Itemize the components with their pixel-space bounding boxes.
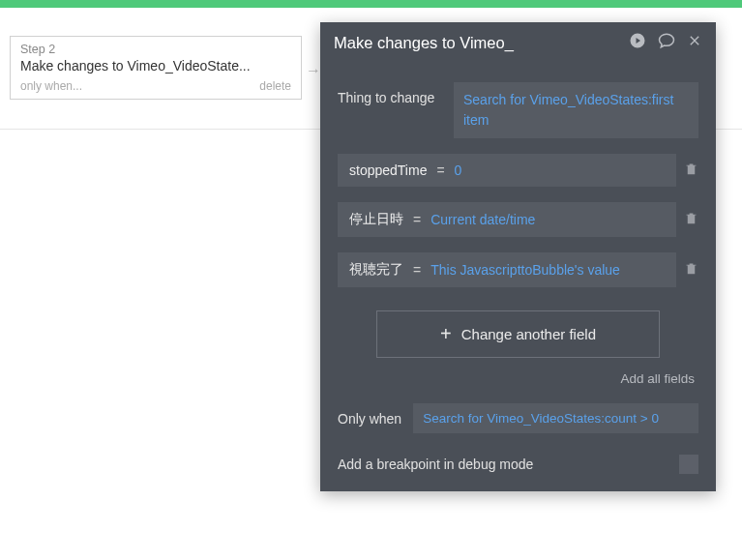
change-another-field-label: Change another field — [461, 326, 596, 342]
panel-header: Make changes to Vimeo_ — [320, 22, 716, 63]
add-all-fields-link[interactable]: Add all fields — [338, 371, 695, 386]
field-row: stoppedTime = 0 — [338, 154, 698, 187]
trash-icon[interactable] — [684, 211, 698, 229]
top-accent-bar — [0, 0, 742, 8]
action-property-panel: Make changes to Vimeo_ Thing to change S… — [320, 22, 716, 491]
breakpoint-row: Add a breakpoint in debug mode — [338, 455, 698, 474]
thing-to-change-label: Thing to change — [338, 82, 454, 105]
trash-icon[interactable] — [684, 261, 698, 280]
thing-to-change-row: Thing to change Search for Vimeo_VideoSt… — [338, 82, 698, 138]
field-expression[interactable]: stoppedTime = 0 — [338, 154, 676, 187]
field-expression[interactable]: 停止日時 = Current date/time — [338, 202, 676, 237]
only-when-label: Only when — [338, 411, 401, 427]
breakpoint-label: Add a breakpoint in debug mode — [338, 457, 533, 472]
step-onlywhen-hint[interactable]: only when... — [20, 79, 82, 93]
change-another-field-button[interactable]: + Change another field — [376, 310, 660, 358]
step-number-label: Step 2 — [11, 37, 301, 58]
breakpoint-checkbox[interactable] — [679, 455, 698, 474]
field-row: 視聴完了 = This JavascripttoBubble's value — [338, 252, 698, 287]
plus-icon: + — [440, 323, 452, 345]
workflow-canvas: Step 2 Make changes to Vimeo_VideoState.… — [0, 8, 742, 560]
close-icon[interactable] — [687, 33, 702, 52]
field-value: 0 — [455, 162, 462, 178]
only-when-row: Only when Search for Vimeo_VideoStates:c… — [338, 403, 698, 433]
flow-arrow-icon: → — [306, 62, 321, 79]
panel-title: Make changes to Vimeo_ — [334, 34, 629, 52]
trash-icon[interactable] — [684, 162, 698, 180]
field-name: stoppedTime — [349, 162, 427, 178]
field-name: 停止日時 — [349, 211, 403, 228]
thing-to-change-value[interactable]: Search for Vimeo_VideoStates:first item — [454, 82, 698, 138]
step-delete-link[interactable]: delete — [259, 79, 291, 93]
equals-sign: = — [436, 162, 444, 178]
field-expression[interactable]: 視聴完了 = This JavascripttoBubble's value — [338, 252, 676, 287]
workflow-step-card[interactable]: Step 2 Make changes to Vimeo_VideoState.… — [10, 36, 302, 100]
step-title: Make changes to Vimeo_VideoState... — [11, 58, 301, 77]
field-value: This JavascripttoBubble's value — [430, 262, 620, 278]
field-row: 停止日時 = Current date/time — [338, 202, 698, 237]
comment-icon[interactable] — [658, 32, 675, 53]
equals-sign: = — [413, 212, 421, 227]
field-name: 視聴完了 — [349, 261, 403, 279]
only-when-expression[interactable]: Search for Vimeo_VideoStates:count > 0 — [413, 403, 698, 433]
play-icon[interactable] — [629, 32, 646, 53]
field-value: Current date/time — [430, 212, 535, 227]
equals-sign: = — [413, 262, 421, 278]
